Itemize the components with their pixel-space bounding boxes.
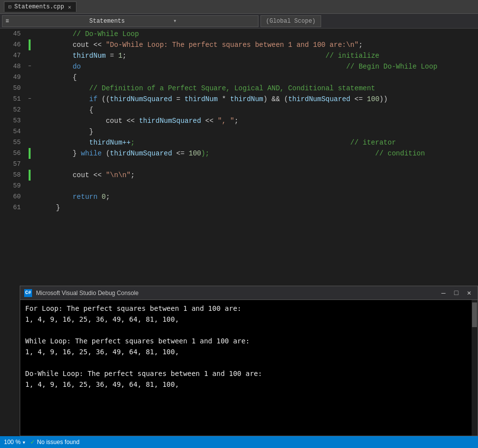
code-token: if (89, 94, 98, 105)
code-line (39, 181, 478, 191)
status-bar: 100 % ▾ ✓ No issues found (0, 436, 478, 448)
code-line: thirdNum = 1; // initialize (39, 50, 478, 61)
console-window-controls: — □ ✕ (439, 289, 474, 298)
debug-console: C# Microsoft Visual Studio Debug Console… (20, 286, 478, 436)
scope-label: (Global Scope) (266, 18, 316, 25)
code-token: { (39, 105, 93, 115)
code-token: << (122, 115, 139, 126)
zoom-value: 100 % (4, 439, 21, 446)
editor-tab[interactable]: ⊡ Statements.cpp ✕ (4, 1, 76, 12)
change-indicator (29, 39, 31, 50)
line-number: 51 (0, 94, 21, 105)
console-scrollbar-thumb[interactable] (472, 302, 477, 327)
console-titlebar: C# Microsoft Visual Studio Debug Console… (20, 286, 478, 300)
code-token (39, 137, 89, 148)
file-selector-label: Statements (89, 18, 171, 25)
code-token: cout (73, 170, 89, 181)
gutter-item (25, 170, 35, 181)
line-number: 52 (0, 105, 21, 115)
code-token: } (39, 126, 93, 137)
gutter-item (25, 148, 35, 159)
code-token (39, 39, 73, 50)
code-line: thirdNum++; // iterator (39, 137, 478, 148)
change-indicator (29, 148, 31, 159)
code-line (39, 159, 478, 170)
line-number: 58 (0, 170, 21, 181)
code-token: ; (131, 170, 135, 181)
code-token: ; (122, 50, 126, 61)
code-token: "Do-While Loop: The perfect squares betw… (106, 39, 358, 50)
code-token: ", " (218, 115, 234, 126)
file-selector[interactable]: ≡ Statements ▾ (2, 15, 258, 27)
gutter-item (25, 202, 35, 213)
code-token: thirdNum (230, 94, 263, 105)
code-line: return 0; (39, 191, 478, 202)
code-line: } (39, 126, 478, 137)
code-token: { (39, 72, 77, 83)
console-restore-button[interactable]: □ (452, 289, 461, 298)
line-number: 53 (0, 115, 21, 126)
file-selector-arrow: ▾ (173, 17, 255, 25)
code-token: <= (172, 148, 189, 159)
line-number: 60 (0, 191, 21, 202)
collapse-button[interactable]: − (28, 61, 31, 72)
line-number: 56 (0, 148, 21, 159)
code-token: } (73, 148, 81, 159)
code-token: thirdNumSquared (110, 94, 172, 105)
code-token: thirdNumSquared (288, 94, 350, 105)
line-number: 50 (0, 83, 21, 94)
scope-selector[interactable]: (Global Scope) (260, 15, 321, 27)
code-token: ); // condition (201, 148, 425, 159)
collapse-button[interactable]: − (28, 94, 31, 105)
status-text: No issues found (37, 439, 79, 446)
code-token: cout (73, 39, 89, 50)
check-icon: ✓ (30, 439, 35, 446)
console-close-button[interactable]: ✕ (465, 289, 474, 298)
console-minimize-button[interactable]: — (439, 289, 448, 298)
code-token: } (39, 202, 60, 213)
code-token (98, 191, 102, 202)
console-scrollbar[interactable] (472, 300, 478, 436)
zoom-control[interactable]: 100 % ▾ (4, 439, 25, 446)
line-number: 59 (0, 181, 21, 191)
code-token: thirdNum (184, 94, 218, 105)
code-token: << (89, 39, 106, 50)
code-token: thirdNum++ (89, 137, 131, 148)
code-token: ( (102, 148, 110, 159)
code-token: thirdNumSquared (139, 115, 201, 126)
code-token: 100 (367, 94, 379, 105)
code-token (39, 115, 106, 126)
code-line: { (39, 72, 478, 83)
code-line: if ((thirdNumSquared = thirdNum * thirdN… (39, 94, 478, 105)
tab-pin-icon: ⊡ (8, 4, 11, 10)
code-token: // Do-While Loop (73, 29, 139, 39)
line-number: 48 (0, 61, 21, 72)
line-number: 49 (0, 72, 21, 83)
code-token: = (172, 94, 184, 105)
file-selector-icon: ≡ (5, 18, 87, 25)
code-token: (( (98, 94, 110, 105)
code-token: = (106, 50, 118, 61)
code-line: // Definition of a Perfect Square, Logic… (39, 83, 478, 94)
code-token: // Begin Do-While Loop (81, 61, 438, 72)
tab-close-button[interactable]: ✕ (67, 4, 73, 10)
line-number: 46 (0, 39, 21, 50)
line-number: 57 (0, 159, 21, 170)
toolbar: ≡ Statements ▾ (Global Scope) (0, 14, 478, 29)
code-line: do // Begin Do-While Loop (39, 61, 478, 72)
code-token: ; (234, 115, 238, 126)
code-token: 0 (102, 191, 106, 202)
line-number: 47 (0, 50, 21, 61)
code-token (39, 61, 73, 72)
code-token: << (201, 115, 218, 126)
console-output: For Loop: The perfect squares between 1 … (25, 303, 473, 390)
code-token: return (73, 191, 97, 202)
line-number: 45 (0, 29, 21, 39)
code-token: ; (359, 39, 363, 50)
code-token: "\n\n" (106, 170, 130, 181)
gutter-item (25, 191, 35, 202)
console-content: For Loop: The perfect squares between 1 … (20, 300, 478, 436)
code-line: } (39, 202, 478, 213)
code-token: do (73, 61, 81, 72)
gutter-item (25, 72, 35, 83)
